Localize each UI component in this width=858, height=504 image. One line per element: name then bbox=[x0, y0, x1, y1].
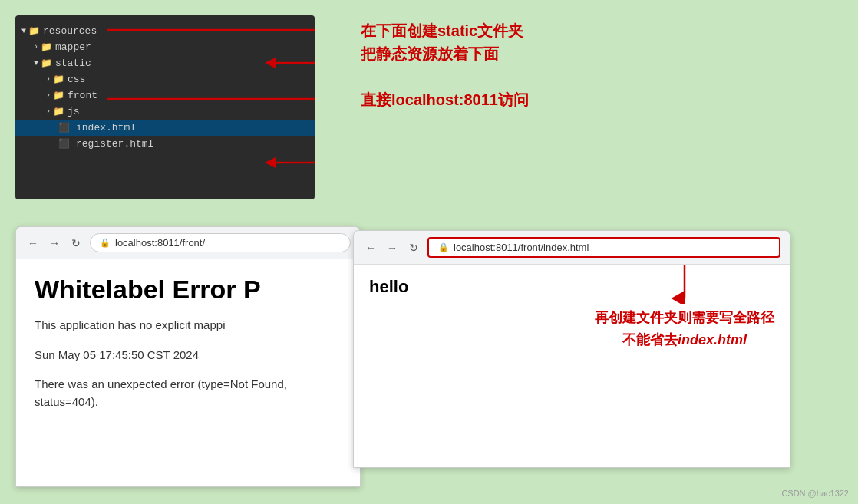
tree-label: front bbox=[68, 90, 97, 101]
address-text: localhost:8011/front/ bbox=[115, 237, 205, 249]
folder-icon: 📁 bbox=[53, 90, 64, 101]
bottom-section: ← → ↻ 🔒 localhost:8011/front/ Whitelabel… bbox=[15, 226, 843, 496]
tree-item-register-html[interactable]: ⬛ register.html bbox=[15, 136, 315, 152]
error-line1: This application has no explicit mappi bbox=[35, 317, 342, 334]
address-text-right: localhost:8011/front/index.html bbox=[454, 242, 589, 253]
tree-label: mapper bbox=[55, 41, 91, 53]
arrow-to-index bbox=[315, 163, 315, 163]
tree-item-resources[interactable]: ▼ 📁 resources bbox=[15, 23, 315, 39]
reload-button-right[interactable]: ↻ bbox=[406, 240, 421, 255]
expand-arrow: › bbox=[46, 107, 51, 116]
folder-icon: 📁 bbox=[41, 41, 52, 53]
expand-arrow: › bbox=[46, 75, 51, 84]
tree-item-js[interactable]: › 📁 js bbox=[15, 104, 315, 120]
tree-label: css bbox=[68, 74, 85, 85]
expand-arrow: ▼ bbox=[21, 27, 26, 35]
forward-button-right[interactable]: → bbox=[384, 240, 400, 255]
error-line2: Sun May 05 17:45:50 CST 2024 bbox=[35, 347, 342, 364]
annotation-panel: 在下面创建static文件夹 把静态资源放着下面 直接localhost:801… bbox=[361, 15, 529, 111]
folder-icon: 📁 bbox=[28, 25, 40, 37]
annotation-bottom-text: 直接localhost:8011访问 bbox=[361, 88, 529, 111]
expand-arrow: › bbox=[34, 43, 38, 51]
tree-item-index-html[interactable]: ⬛ index.html bbox=[15, 120, 315, 136]
watermark: CSDN @hac1322 bbox=[781, 489, 849, 498]
tree-item-css[interactable]: › 📁 css bbox=[15, 71, 315, 87]
bottom-arrow-line bbox=[315, 99, 315, 100]
expand-arrow: ▼ bbox=[34, 59, 38, 68]
tree-label: index.html bbox=[76, 122, 136, 133]
html-file-icon: ⬛ bbox=[58, 138, 70, 150]
folder-icon: 📁 bbox=[41, 58, 52, 69]
arrow-to-static bbox=[315, 63, 315, 64]
right-annotation: 再创建文件夹则需要写全路径 不能省去index.html bbox=[595, 265, 774, 351]
forward-button[interactable]: → bbox=[47, 236, 62, 251]
tree-item-front[interactable]: › 📁 front bbox=[15, 87, 315, 104]
expand-arrow: › bbox=[46, 91, 51, 100]
down-arrow bbox=[669, 265, 700, 304]
tree-label: resources bbox=[43, 25, 97, 37]
lock-icon-right: 🔒 bbox=[438, 242, 449, 252]
folder-icon: 📁 bbox=[53, 74, 64, 85]
tree-item-static[interactable]: ▼ 📁 static bbox=[15, 55, 315, 71]
html-file-icon: ⬛ bbox=[58, 122, 70, 133]
browser-toolbar-left: ← → ↻ 🔒 localhost:8011/front/ bbox=[16, 227, 360, 259]
tree-label: static bbox=[55, 58, 91, 69]
right-annotation-text: 再创建文件夹则需要写全路径 不能省去index.html bbox=[595, 307, 774, 351]
address-bar-left[interactable]: 🔒 localhost:8011/front/ bbox=[90, 233, 351, 252]
browser-toolbar-right: ← → ↻ 🔒 localhost:8011/front/index.html bbox=[354, 231, 790, 265]
tree-label: register.html bbox=[76, 138, 153, 150]
reload-button[interactable]: ↻ bbox=[68, 236, 84, 251]
tree-label: js bbox=[68, 106, 80, 117]
browser-left: ← → ↻ 🔒 localhost:8011/front/ Whitelabel… bbox=[15, 226, 361, 487]
browser-content-left: Whitelabel Error P This application has … bbox=[16, 259, 360, 438]
top-arrow-line bbox=[315, 30, 315, 31]
browser-right: ← → ↻ 🔒 localhost:8011/front/index.html … bbox=[353, 230, 790, 468]
back-button[interactable]: ← bbox=[25, 236, 41, 251]
address-bar-right[interactable]: 🔒 localhost:8011/front/index.html bbox=[427, 237, 780, 258]
back-button-right[interactable]: ← bbox=[363, 240, 378, 255]
error-line3: There was an unexpected error (type=Not … bbox=[35, 376, 342, 410]
error-title: Whitelabel Error P bbox=[35, 275, 342, 305]
file-tree-panel: ▼ 📁 resources › 📁 mapper ▼ 📁 static › 📁 … bbox=[15, 15, 315, 199]
folder-icon: 📁 bbox=[53, 106, 64, 117]
lock-icon: 🔒 bbox=[100, 238, 111, 248]
annotation-top-text: 在下面创建static文件夹 把静态资源放着下面 bbox=[361, 19, 529, 65]
top-section: ▼ 📁 resources › 📁 mapper ▼ 📁 static › 📁 … bbox=[15, 15, 843, 222]
tree-item-mapper[interactable]: › 📁 mapper bbox=[15, 39, 315, 55]
